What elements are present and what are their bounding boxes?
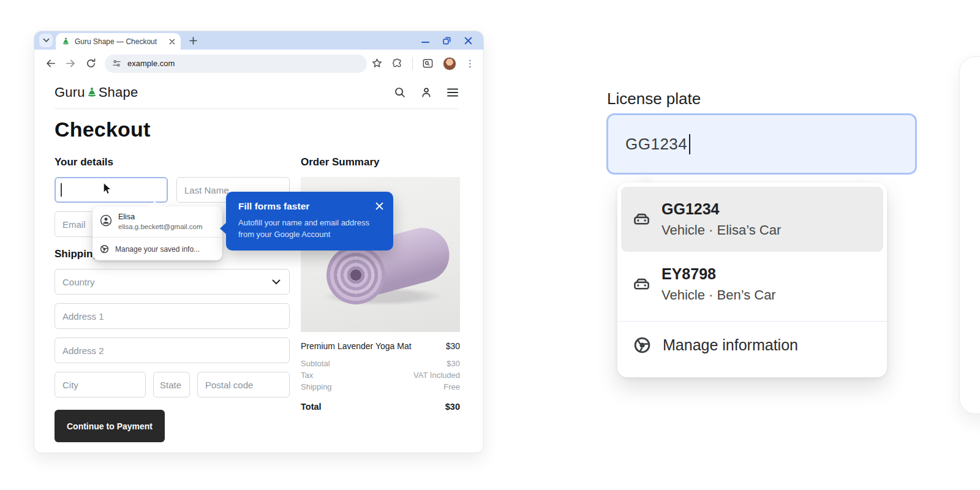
text-caret bbox=[689, 134, 690, 154]
shipping-value: Free bbox=[443, 381, 460, 393]
order-summary-heading: Order Summary bbox=[301, 156, 460, 168]
chevron-down-icon bbox=[272, 279, 281, 285]
mouse-cursor-icon bbox=[103, 183, 112, 195]
postal-code-input[interactable] bbox=[197, 372, 290, 398]
license-plate-value: GG1234 bbox=[625, 135, 687, 154]
site-header-icons bbox=[394, 86, 459, 99]
logo-text-shape: Shape bbox=[99, 85, 138, 100]
chevron-down-icon bbox=[43, 38, 50, 43]
address2-input[interactable] bbox=[55, 337, 290, 363]
guru-shape-favicon-icon bbox=[61, 37, 70, 46]
tax-row: Tax VAT Included bbox=[301, 369, 460, 381]
city-input[interactable] bbox=[55, 372, 146, 398]
car-icon bbox=[632, 275, 651, 294]
restore-window-button[interactable] bbox=[443, 37, 451, 45]
country-select[interactable]: Country bbox=[55, 269, 290, 295]
guru-shape-logo[interactable]: Guru Shape bbox=[55, 85, 138, 100]
minimize-button[interactable] bbox=[421, 42, 429, 43]
tab-title: Guru Shape — Checkout bbox=[75, 37, 169, 46]
tax-label: Tax bbox=[301, 369, 313, 381]
browser-tab[interactable]: Guru Shape — Checkout bbox=[56, 33, 181, 50]
browser-toolbar: example.com ⋮ bbox=[34, 50, 483, 77]
back-button[interactable] bbox=[45, 58, 56, 69]
tooltip-body: Autofill your name and email address fro… bbox=[238, 217, 378, 240]
site-settings-tune-icon[interactable] bbox=[112, 59, 121, 68]
suggestion-vehicle-gg1234[interactable]: GG1234 Vehicle · Elisa’s Car bbox=[621, 187, 883, 252]
details-column: Your details Shipping Country bbox=[55, 141, 290, 442]
details-heading: Your details bbox=[55, 156, 290, 168]
suggestion-vehicle-ey8798[interactable]: EY8798 Vehicle · Ben’s Car bbox=[621, 252, 883, 317]
forward-button[interactable] bbox=[66, 58, 76, 69]
car-icon bbox=[632, 210, 651, 229]
license-plate-label: License plate bbox=[607, 89, 701, 108]
text-caret bbox=[61, 183, 62, 197]
account-circle-icon bbox=[100, 214, 112, 227]
address-bar[interactable]: example.com bbox=[105, 55, 367, 73]
toolbar-actions: ⋮ bbox=[371, 57, 475, 70]
window-controls bbox=[421, 37, 472, 45]
product-name: Premium Lavender Yoga Mat bbox=[301, 341, 412, 351]
tab-search-chevron-button[interactable] bbox=[39, 34, 53, 47]
suggestion-title: GG1234 bbox=[662, 200, 781, 218]
hamburger-menu-icon[interactable] bbox=[447, 88, 459, 97]
logo-text-guru: Guru bbox=[55, 85, 85, 100]
suggestion-subtitle: Vehicle · Elisa’s Car bbox=[662, 222, 781, 238]
autofill-popup: Elisa elisa.g.beckett@gmail.com Manage y… bbox=[92, 206, 222, 260]
shipping-row: Shipping Free bbox=[301, 381, 460, 393]
new-tab-button[interactable] bbox=[189, 37, 197, 45]
tab-strip: Guru Shape — Checkout bbox=[34, 31, 483, 50]
subtotal-label: Subtotal bbox=[301, 358, 330, 369]
chrome-logo-icon bbox=[633, 336, 651, 354]
order-summary-column: Order Summary Premium Lavender Yoga Mat … bbox=[301, 141, 460, 442]
tax-value: VAT Included bbox=[413, 369, 460, 381]
product-row: Premium Lavender Yoga Mat $30 bbox=[301, 341, 460, 351]
manage-saved-info-item[interactable]: Manage your saved info... bbox=[92, 238, 222, 260]
extensions-puzzle-icon[interactable] bbox=[392, 58, 403, 69]
account-icon[interactable] bbox=[420, 86, 432, 99]
tooltip-close-icon[interactable] bbox=[375, 202, 383, 210]
suggestion-title: EY8798 bbox=[662, 265, 776, 283]
url-text: example.com bbox=[127, 59, 175, 68]
tab-close-icon[interactable] bbox=[169, 39, 175, 45]
tooltip-title: Fill forms faster bbox=[238, 201, 309, 212]
suggestion-subtitle: Vehicle · Ben’s Car bbox=[662, 287, 776, 303]
state-input[interactable] bbox=[153, 372, 190, 398]
country-placeholder: Country bbox=[62, 277, 272, 287]
autofill-email: elisa.g.beckett@gmail.com bbox=[118, 223, 203, 230]
license-plate-input[interactable]: GG1234 bbox=[606, 113, 917, 175]
product-price: $30 bbox=[446, 341, 460, 351]
mat-spiral-end bbox=[326, 246, 385, 304]
page-title: Checkout bbox=[55, 118, 459, 141]
chrome-logo-icon bbox=[100, 244, 109, 254]
checkout-page: Guru Shape bbox=[34, 85, 483, 461]
manage-information-label: Manage information bbox=[663, 336, 798, 354]
license-suggestions-card: GG1234 Vehicle · Elisa’s Car EY8798 Vehi… bbox=[617, 183, 887, 377]
autofill-name: Elisa bbox=[118, 213, 203, 221]
bookmark-star-icon[interactable] bbox=[371, 58, 383, 69]
subtotal-value: $30 bbox=[447, 358, 460, 369]
total-row: Total $30 bbox=[301, 402, 460, 412]
continue-to-payment-button[interactable]: Continue to Payment bbox=[55, 410, 165, 442]
manage-saved-info-label: Manage your saved info... bbox=[115, 245, 200, 254]
toolbar-divider bbox=[412, 58, 413, 70]
manage-information-item[interactable]: Manage information bbox=[621, 322, 883, 354]
total-label: Total bbox=[301, 402, 322, 412]
yoga-person-icon bbox=[86, 86, 98, 99]
partial-card-right-edge bbox=[959, 56, 980, 414]
site-header: Guru Shape bbox=[55, 85, 459, 109]
browser-window: Guru Shape — Checkout exa bbox=[34, 31, 484, 453]
subtotal-row: Subtotal $30 bbox=[301, 358, 460, 369]
close-window-button[interactable] bbox=[464, 37, 472, 45]
reload-button[interactable] bbox=[86, 58, 96, 69]
address1-input[interactable] bbox=[55, 303, 290, 329]
shipping-label: Shipping bbox=[301, 381, 332, 393]
search-icon[interactable] bbox=[394, 86, 406, 99]
total-value: $30 bbox=[445, 402, 460, 412]
fill-forms-faster-tooltip: Fill forms faster Autofill your name and… bbox=[226, 192, 393, 251]
browser-menu-kebab-icon[interactable]: ⋮ bbox=[466, 59, 475, 68]
profile-avatar[interactable] bbox=[443, 57, 456, 70]
side-panel-search-icon[interactable] bbox=[422, 58, 434, 69]
autofill-suggestion-elisa[interactable]: Elisa elisa.g.beckett@gmail.com bbox=[92, 206, 222, 237]
